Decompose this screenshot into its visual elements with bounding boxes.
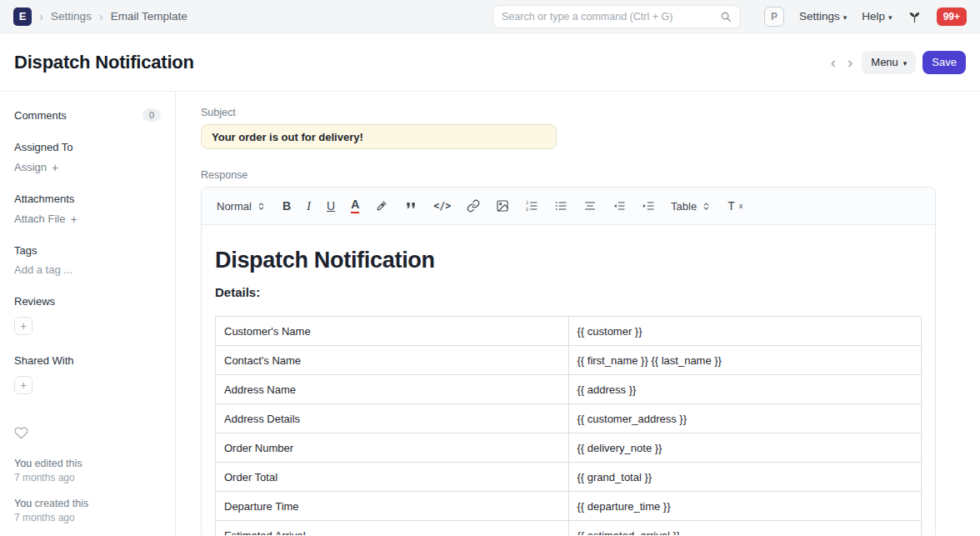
notifications-badge[interactable]: 99+ <box>937 8 967 26</box>
form-area: Subject Response Normal B <box>176 92 980 535</box>
field-cell[interactable]: Contact's Name <box>216 346 569 375</box>
value-cell[interactable]: {{ grand_total }} <box>568 463 922 492</box>
ordered-list-icon: 1 2 <box>525 199 538 213</box>
table-menu[interactable]: Table <box>671 200 712 213</box>
activity-action: created this <box>35 498 89 509</box>
seedling-icon[interactable] <box>908 9 922 23</box>
field-cell[interactable]: Order Number <box>216 433 569 463</box>
field-cell[interactable]: Address Name <box>216 375 569 404</box>
subject-label: Subject <box>201 107 937 118</box>
plus-icon: + <box>52 162 58 173</box>
assign-button[interactable]: Assign + <box>14 161 58 173</box>
value-cell[interactable]: {{ customer }} <box>568 317 922 346</box>
outdent-button[interactable] <box>612 199 626 213</box>
value-cell[interactable]: {{ first_name }} {{ last_name }} <box>568 346 922 375</box>
background-color-button[interactable] <box>375 199 388 213</box>
user-avatar[interactable]: P <box>764 7 784 27</box>
attach-file-button[interactable]: Attach File + <box>14 213 78 225</box>
user-avatar-initial: P <box>771 11 778 23</box>
global-search[interactable] <box>492 5 741 28</box>
value-cell[interactable]: {{ customer_address }} <box>568 404 922 433</box>
activity-actor: You <box>14 458 32 469</box>
underline-button[interactable]: U <box>327 199 335 213</box>
next-document-button[interactable]: › <box>845 53 855 72</box>
breadcrumb-email-template[interactable]: Email Template <box>111 10 188 23</box>
activity-action: edited this <box>35 458 82 469</box>
table-row: Contact's Name {{ first_name }} {{ last_… <box>216 346 922 375</box>
field-cell[interactable]: Order Total <box>216 463 569 492</box>
add-tag-input[interactable]: Add a tag ... <box>14 263 161 276</box>
svg-text:1: 1 <box>526 200 528 205</box>
table-row: Estimated Arrival {{ estimated_arrival }… <box>216 521 922 536</box>
prev-document-button[interactable]: ‹ <box>828 53 838 72</box>
add-review-button[interactable]: + <box>14 317 32 335</box>
plus-icon: + <box>20 319 27 333</box>
image-button[interactable] <box>496 199 509 213</box>
link-button[interactable] <box>467 199 480 213</box>
value-cell[interactable]: {{ estimated_arrival }} <box>568 521 922 536</box>
attach-file-label: Attach File <box>14 213 65 225</box>
blockquote-button[interactable] <box>404 199 418 213</box>
heart-icon <box>14 426 29 440</box>
activity-log: You edited this 7 months ago You created… <box>14 457 161 524</box>
ordered-list-button[interactable]: 1 2 <box>525 199 538 213</box>
menu-button[interactable]: Menu ▾ <box>862 51 916 74</box>
page-header-actions: ‹ › Menu ▾ Save <box>828 51 966 74</box>
bullet-list-icon <box>554 199 568 213</box>
settings-menu[interactable]: Settings ▾ <box>799 10 847 23</box>
top-navbar: E › Settings › Email Template P Settings… <box>0 0 980 33</box>
field-cell[interactable]: Departure Time <box>216 492 569 521</box>
field-cell[interactable]: Estimated Arrival <box>216 521 569 536</box>
code-button[interactable]: </> <box>433 200 451 212</box>
activity-timestamp: 7 months ago <box>14 511 161 524</box>
chevron-down-icon: ▾ <box>888 13 892 22</box>
svg-text:2: 2 <box>526 207 528 212</box>
rich-text-editor: Normal B I U A <box>201 187 936 535</box>
menu-button-label: Menu <box>871 56 898 68</box>
response-field: Response Normal B I U <box>201 169 937 535</box>
help-menu[interactable]: Help ▾ <box>862 10 892 23</box>
plus-icon: + <box>70 213 77 225</box>
search-input[interactable] <box>502 11 713 23</box>
subject-input[interactable] <box>201 124 557 149</box>
help-menu-label: Help <box>862 10 885 23</box>
shared-with-label: Shared With <box>14 354 161 367</box>
value-cell[interactable]: {{ departure_time }} <box>568 492 922 521</box>
bullet-list-button[interactable] <box>554 199 568 213</box>
paragraph-style-select[interactable]: Normal <box>217 200 267 213</box>
editor-content[interactable]: Dispatch Notification Details: Customer'… <box>202 225 935 535</box>
comments-label[interactable]: Comments <box>14 109 67 122</box>
clear-format-button[interactable]: Tx <box>728 199 742 213</box>
align-button[interactable] <box>583 199 597 213</box>
value-cell[interactable]: {{ delivery_note }} <box>568 433 922 463</box>
table-row: Order Number {{ delivery_note }} <box>216 433 922 463</box>
subject-field: Subject <box>201 107 937 149</box>
font-color-button[interactable]: A <box>351 198 359 213</box>
email-body-heading: Dispatch Notification <box>215 248 922 273</box>
clear-format-t: T <box>728 199 735 213</box>
field-cell[interactable]: Customer's Name <box>216 317 569 346</box>
chevron-right-icon: › <box>99 9 103 23</box>
document-sidebar: Comments 0 Assigned To Assign + Attachme… <box>0 92 176 535</box>
bold-button[interactable]: B <box>282 199 291 213</box>
like-button[interactable] <box>14 426 29 440</box>
paragraph-style-value: Normal <box>217 200 252 213</box>
reviews-label: Reviews <box>14 295 161 308</box>
italic-button[interactable]: I <box>307 199 311 213</box>
attachments-label: Attachments <box>14 193 161 205</box>
search-icon <box>720 11 732 23</box>
table-row: Address Name {{ address }} <box>216 375 922 404</box>
updown-arrows-icon <box>256 201 267 212</box>
activity-entry: You edited this 7 months ago <box>14 457 161 484</box>
save-button[interactable]: Save <box>922 51 966 74</box>
breadcrumb-settings[interactable]: Settings <box>51 10 92 23</box>
assigned-to-label: Assigned To <box>14 141 161 153</box>
share-button[interactable]: + <box>14 376 32 394</box>
indent-button[interactable] <box>642 199 655 213</box>
email-body-subheading: Details: <box>215 285 922 299</box>
app-logo[interactable]: E <box>13 8 32 26</box>
table-row: Order Total {{ grand_total }} <box>216 463 922 492</box>
field-cell[interactable]: Address Details <box>216 404 569 433</box>
page-header: Dispatch Notification ‹ › Menu ▾ Save <box>0 33 980 92</box>
value-cell[interactable]: {{ address }} <box>568 375 922 404</box>
